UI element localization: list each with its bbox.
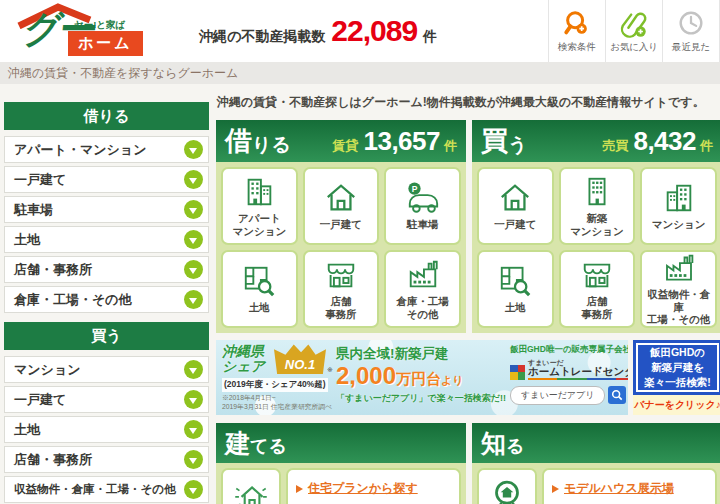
rent-count-value: 13,657 bbox=[363, 126, 440, 157]
chevron-down-icon[interactable] bbox=[184, 480, 203, 499]
rent-tile-warehouse-other[interactable]: 倉庫・工場 その他 bbox=[384, 250, 461, 328]
tile-label: 倉庫・工場 その他 bbox=[396, 295, 449, 320]
action-label: 検索条件 bbox=[558, 41, 596, 54]
rent-tile-shop-office[interactable]: 店舗 事務所 bbox=[303, 250, 380, 328]
know-section-header: 知 る bbox=[472, 423, 720, 463]
chevron-down-icon[interactable] bbox=[184, 420, 203, 439]
header-actions: 検索条件 お気に入り 最近見た bbox=[548, 0, 720, 62]
search-conditions-button[interactable]: 検索条件 bbox=[548, 0, 605, 62]
buy-tile-shop-office[interactable]: 店舗 事務所 bbox=[559, 250, 636, 328]
listing-count-label: 沖縄の不動産掲載数 bbox=[199, 28, 325, 46]
sidebar-item-buy-shop-office[interactable]: 店舗・事務所 bbox=[4, 446, 209, 473]
rent-section-header: 借 りる 賃貸 13,657 件 bbox=[216, 120, 466, 162]
tile-label: 駐車場 bbox=[407, 218, 439, 231]
sidebar-item-label: アパート・マンション bbox=[14, 141, 146, 159]
rent-title-sub: りる bbox=[252, 125, 291, 158]
sidebar-item-land[interactable]: 土地 bbox=[4, 226, 209, 253]
sidebar-item-label: 店舗・事務所 bbox=[14, 261, 92, 279]
sidebar-item-label: 土地 bbox=[14, 231, 40, 249]
iida-ghd-banner[interactable]: 飯田GHDの 新築戸建を 楽々一括検索! バナーをクリック♪ bbox=[633, 340, 720, 415]
sidebar-item-buy-mansion[interactable]: マンション bbox=[4, 356, 209, 383]
chevron-down-icon[interactable] bbox=[184, 390, 203, 409]
tile-label: 一戸建て bbox=[320, 218, 362, 231]
buy-tile-mansion[interactable]: マンション bbox=[640, 167, 717, 245]
sidebar: 借りる アパート・マンション 一戸建て 駐車場 土地 店舗・事務所 倉庫・工場・… bbox=[4, 102, 209, 504]
buy-tile-new-mansion[interactable]: 新築 マンション bbox=[559, 167, 636, 245]
goo-home-logo[interactable]: グー ヤー!と家ば ホーム bbox=[10, 2, 185, 60]
sidebar-item-buy-detached-house[interactable]: 一戸建て bbox=[4, 386, 209, 413]
buy-count-word: 売買 bbox=[602, 137, 628, 155]
sidebar-item-detached-house[interactable]: 一戸建て bbox=[4, 166, 209, 193]
link-model-house[interactable]: モデルハウス展示場 bbox=[552, 480, 707, 497]
chevron-down-icon[interactable] bbox=[184, 360, 203, 379]
banner-price-suffix: より bbox=[441, 374, 464, 386]
buy-tile-detached-house[interactable]: 一戸建て bbox=[477, 167, 554, 245]
parking-icon: P bbox=[404, 181, 442, 215]
chevron-down-icon[interactable] bbox=[184, 290, 203, 309]
buy-tile-land[interactable]: 土地 bbox=[477, 250, 554, 328]
brand-name: ホームトレードセンター bbox=[528, 366, 628, 380]
sidebar-item-buy-land[interactable]: 土地 bbox=[4, 416, 209, 443]
sidebar-item-label: 店舗・事務所 bbox=[14, 451, 92, 469]
listing-count-value: 22,089 bbox=[331, 14, 417, 48]
banner-row: 沖縄県 シェア NO.1 ※ (2019年度・シェア40%超) ※2018年4月… bbox=[216, 340, 720, 415]
sumaida-ad-banner[interactable]: 沖縄県 シェア NO.1 ※ (2019年度・シェア40%超) ※2018年4月… bbox=[216, 340, 628, 415]
sidebar-item-parking[interactable]: 駐車場 bbox=[4, 196, 209, 223]
sidebar-item-shop-office[interactable]: 店舗・事務所 bbox=[4, 256, 209, 283]
iida-banner-text: 飯田GHDの 新築戸建を 楽々一括検索! bbox=[636, 343, 719, 392]
build-section-header: 建 てる bbox=[216, 423, 466, 463]
link-housing-plan[interactable]: 住宅プランから探す bbox=[296, 480, 451, 497]
buy-section: 買 う 売買 8,432 件 一戸建て bbox=[472, 120, 720, 333]
chevron-down-icon[interactable] bbox=[184, 170, 203, 189]
home-trade-center-logo-icon bbox=[510, 365, 525, 380]
tile-label: 土地 bbox=[249, 301, 270, 314]
banner-share-detail: (2019年度・シェア40%超) bbox=[222, 378, 328, 392]
favorites-button[interactable]: お気に入り bbox=[605, 0, 662, 62]
rent-tile-land[interactable]: 土地 bbox=[221, 250, 298, 328]
sidebar-item-label: マンション bbox=[14, 361, 81, 379]
sidebar-item-buy-income-property[interactable]: 収益物件・倉庫・工場・その他 bbox=[4, 476, 209, 503]
build-icon-box[interactable] bbox=[221, 468, 281, 504]
sidebar-buy-header: 買う bbox=[4, 322, 209, 350]
recently-viewed-button[interactable]: 最近見た bbox=[662, 0, 719, 62]
tile-label: 土地 bbox=[505, 301, 526, 314]
chevron-down-icon[interactable] bbox=[184, 140, 203, 159]
rent-section: 借 りる 賃貸 13,657 件 アパート マンション bbox=[216, 120, 466, 333]
rent-count-unit: 件 bbox=[444, 137, 457, 155]
listing-count: 沖縄の不動産掲載数 22,089 件 bbox=[199, 14, 437, 48]
chevron-down-icon[interactable] bbox=[184, 450, 203, 469]
site-tagline: 沖縄の賃貸・不動産を探すならグーホーム bbox=[0, 62, 720, 84]
banner-app-line: 「すまいーだアプリ」で楽々一括検索だ!! bbox=[336, 392, 510, 405]
know-icon-box[interactable] bbox=[477, 468, 537, 504]
build-panel: 住宅プランから探す 建築実例から探す bbox=[216, 463, 466, 504]
rent-tile-parking[interactable]: P 駐車場 bbox=[384, 167, 461, 245]
buy-count-unit: 件 bbox=[700, 137, 713, 155]
build-links: 住宅プランから探す 建築実例から探す bbox=[286, 468, 461, 504]
rent-tile-apartment-mansion[interactable]: アパート マンション bbox=[221, 167, 298, 245]
sidebar-item-label: 一戸建て bbox=[14, 171, 66, 189]
rent-tile-detached-house[interactable]: 一戸建て bbox=[303, 167, 380, 245]
chevron-down-icon[interactable] bbox=[184, 200, 203, 219]
buy-tile-panel: 一戸建て 新築 マンション マンション bbox=[472, 162, 720, 333]
rent-tile-panel: アパート マンション 一戸建て P 駐車場 bbox=[216, 162, 466, 333]
tile-label: アパート マンション bbox=[232, 212, 286, 237]
banner-search-button[interactable] bbox=[608, 386, 626, 404]
listing-count-unit: 件 bbox=[423, 28, 437, 46]
clock-icon bbox=[676, 9, 706, 39]
buy-tile-income-property[interactable]: 収益物件・倉庫 工場・その他 bbox=[640, 250, 717, 328]
sidebar-item-apartment-mansion[interactable]: アパート・マンション bbox=[4, 136, 209, 163]
banner-price-unit: 万円台 bbox=[396, 370, 441, 387]
iida-banner-top: 飯田GHDの 新築戸建を 楽々一括検索! bbox=[633, 340, 720, 395]
paperclip-plus-icon bbox=[619, 9, 649, 39]
model-house-pin-icon bbox=[486, 478, 528, 504]
sumaida-app-pill[interactable]: すまいーだアプリ bbox=[510, 386, 605, 405]
new-mansion-icon bbox=[580, 175, 614, 209]
chevron-down-icon[interactable] bbox=[184, 230, 203, 249]
shop-icon bbox=[324, 258, 358, 292]
sidebar-item-warehouse-other[interactable]: 倉庫・工場・その他 bbox=[4, 286, 209, 313]
buy-section-header: 買 う 売買 8,432 件 bbox=[472, 120, 720, 162]
asterisk-mark: ※ bbox=[327, 366, 333, 374]
build-section: 建 てる 住宅プランから探す bbox=[216, 423, 466, 504]
chevron-down-icon[interactable] bbox=[184, 260, 203, 279]
rent-title-main: 借 bbox=[225, 128, 252, 155]
